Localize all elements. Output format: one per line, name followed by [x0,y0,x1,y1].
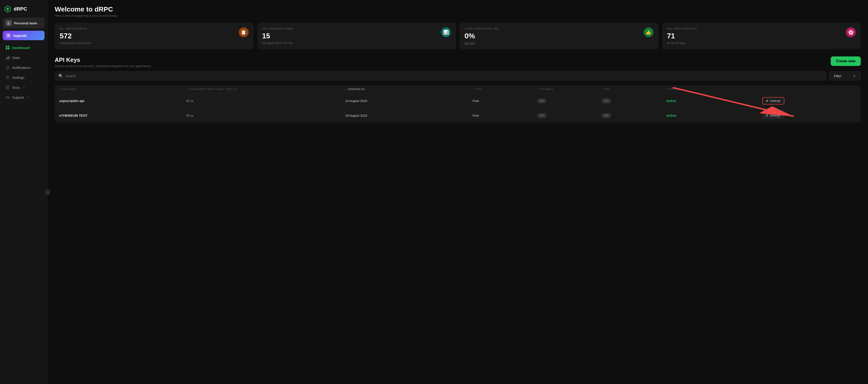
stat-card-content: DAILY REQUEST USAGE 15 28 August 2024, 4… [262,27,293,45]
gear-icon [5,75,10,80]
support-external-icon: ↗ [27,96,29,99]
filter-dropdown[interactable]: Filter ▼ [829,71,861,80]
sidebar-item-support[interactable]: Support ↗ [3,93,44,102]
section-desc: Secure access to our services, simplifyi… [55,64,151,68]
status-badge-1: Active [666,113,676,117]
stat-value-1: 15 [262,32,293,40]
stat-card-all-time: ALL TIME REQUESTS 572 Accumulated since … [55,23,254,49]
cell-consumed-1: 0 / ∞ [186,114,343,117]
svg-rect-8 [6,48,7,49]
personal-team-button[interactable]: Personal team [3,18,44,29]
stats-label: Stats [12,56,20,60]
sidebar-item-stats[interactable]: Stats [3,53,44,62]
cell-type-0: Free [472,99,535,103]
sidebar-item-settings[interactable]: Settings [3,73,44,82]
stat-label-0: ALL TIME REQUESTS [60,27,91,30]
bell-icon [5,65,10,70]
page-title: Welcome to dRPC [55,5,861,13]
settings-button-1[interactable]: ⚙ Settings [762,112,784,119]
settings-label: Settings [12,76,24,79]
docs-label: Docs [12,85,20,90]
section-header: API Keys Secure access to our services, … [55,57,861,68]
svg-rect-10 [6,58,7,59]
status-badge-0: Active [666,99,676,103]
th-mev[interactable]: ⇅ MEV [602,88,664,91]
cell-fallback-0: Off [537,98,600,103]
see-logs-link[interactable]: See logs [465,41,475,45]
section-title-area: API Keys Secure access to our services, … [55,57,151,68]
upgrade-icon [6,33,11,38]
sort-icon-type: ⇅ [472,88,474,91]
filter-label: Filter [834,74,841,78]
discord-icon [5,95,10,100]
stat-label-1: DAILY REQUEST USAGE [262,27,293,30]
dashboard-icon [5,45,10,50]
table-row: supscripitin api 0 / ∞ 24 August 2024 Fr… [55,94,861,108]
cell-status-0: Active [666,99,760,103]
docs-external-icon: ↗ [23,86,25,89]
cell-key-name-0: supscripitin api [59,99,185,103]
notifications-label: Notifications [12,66,31,70]
svg-point-4 [8,22,9,23]
th-consumed[interactable]: ⇅ CONSUMED TODAY / DAILY LIMIT, CU [186,88,343,91]
fallback-toggle-0[interactable]: Off [537,98,546,103]
upgrade-button[interactable]: Upgrade [3,31,44,40]
svg-rect-12 [8,56,9,59]
cell-key-name-1: eTHEREUM TEST [59,113,185,117]
gear-settings-icon-0: ⚙ [766,99,769,103]
th-type[interactable]: ⇅ TYPE [472,88,535,91]
stat-desc-0: Accumulated since launch [60,41,91,45]
sidebar-item-docs[interactable]: Docs ↗ [3,83,44,92]
sort-icon-fallback: ⇅ [537,88,539,91]
create-new-button[interactable]: Create new [831,57,861,66]
chevron-down-icon: ▼ [852,74,856,78]
cell-updated-1: 18 August 2024 [345,114,471,117]
fallback-toggle-1[interactable]: Off [537,113,546,118]
stat-value-2: 0% [465,32,499,40]
mev-toggle-0[interactable]: Off [602,98,611,103]
api-keys-section: API Keys Secure access to our services, … [55,57,861,123]
th-key-name[interactable]: ⇅ KEY NAME [59,88,185,91]
sidebar-collapse-button[interactable]: ‹ [45,189,51,195]
cell-type-1: Free [472,114,535,117]
team-avatar [5,20,12,26]
sort-icon-mev: ⇅ [602,88,604,91]
sort-icon-consumed: ⇅ [186,88,188,91]
stat-desc-1: 28 August 2024, 4:07 AM [262,41,293,45]
th-updated[interactable]: ⇅ UPDATED AT [345,88,471,91]
sort-icon-updated: ⇅ [345,88,347,91]
sidebar-item-notifications[interactable]: Notifications [3,63,44,72]
cell-fallback-1: Off [537,113,600,118]
mev-toggle-1[interactable]: Off [602,113,611,118]
docs-icon [5,85,10,90]
cell-mev-1: Off [602,113,664,118]
team-name: Personal team [14,21,37,25]
api-keys-table: ⇅ KEY NAME ⇅ CONSUMED TODAY / DAILY LIMI… [55,85,861,123]
svg-rect-6 [6,46,7,47]
settings-button-0[interactable]: ⚙ Settings [762,97,784,105]
th-fallback[interactable]: ⇅ FALLBACK [537,88,600,91]
table-header: ⇅ KEY NAME ⇅ CONSUMED TODAY / DAILY LIMI… [55,85,861,94]
stat-icon-2: 👍 [644,27,653,37]
stat-card-content: AVG. DAILY REQUESTS 71 for last 30 days [667,27,697,45]
svg-point-13 [7,77,8,78]
stat-card-avg-daily: AVG. DAILY REQUESTS 71 for last 30 days … [662,23,861,49]
gear-settings-icon-1: ⚙ [766,114,768,117]
sidebar-item-dashboard[interactable]: Dashboard [3,43,44,52]
drpc-logo-icon [4,5,11,13]
svg-rect-7 [8,46,9,47]
cell-action-0: ⚙ Settings [762,97,856,105]
search-input[interactable] [65,74,823,78]
stat-card-content: ALL TIME REQUESTS 572 Accumulated since … [60,27,91,45]
stat-card-error-rate: CLIENT ERROR RATE, 24H 0% See logs 👍 [460,23,658,49]
cell-status-1: Active [666,113,760,117]
stat-label-2: CLIENT ERROR RATE, 24H [465,27,499,30]
th-status[interactable]: ⇅ STATUS [666,88,760,91]
cell-consumed-0: 0 / ∞ [186,99,343,103]
stat-icon-0: 📋 [239,27,249,37]
stat-icon-1: 📊 [441,27,451,37]
main-content: Welcome to dRPC Here is what is happenin… [48,0,868,384]
stat-value-3: 71 [667,32,697,40]
search-icon: 🔍 [59,74,63,78]
upgrade-label: Upgrade [13,34,27,37]
